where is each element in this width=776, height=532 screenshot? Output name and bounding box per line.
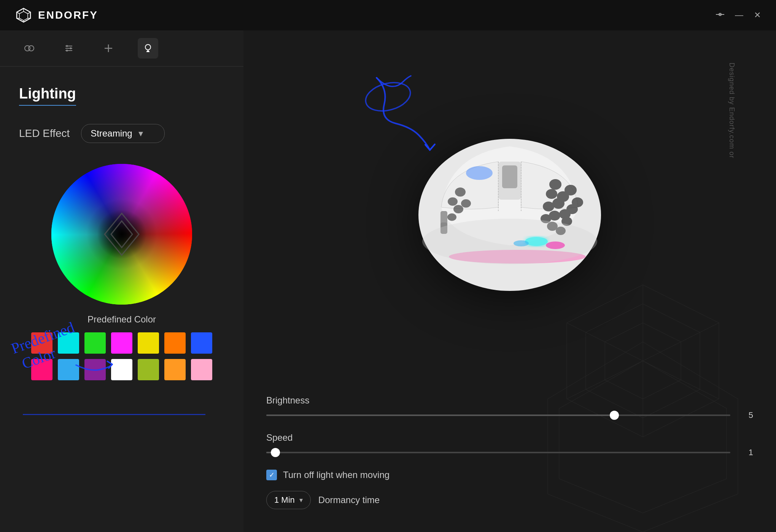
checkbox-icon: ✓ xyxy=(266,470,277,480)
color-swatch-8[interactable] xyxy=(58,359,79,380)
color-swatch-13[interactable] xyxy=(191,359,212,380)
titlebar-controls: — ✕ xyxy=(716,10,761,20)
svg-point-44 xyxy=(543,202,554,211)
minimize-button[interactable]: — xyxy=(735,11,743,19)
tab-settings[interactable] xyxy=(59,38,79,59)
svg-point-16 xyxy=(66,45,68,47)
color-swatch-6[interactable] xyxy=(191,332,212,354)
svg-point-61 xyxy=(422,219,597,264)
brightness-track[interactable] xyxy=(266,414,730,416)
mouse-display xyxy=(243,30,776,384)
color-swatch-3[interactable] xyxy=(111,332,132,354)
mouse-image xyxy=(373,93,647,321)
brightness-thumb xyxy=(610,411,619,420)
tab-lighting[interactable] xyxy=(138,38,158,59)
svg-point-52 xyxy=(453,205,463,213)
svg-point-36 xyxy=(549,179,561,190)
right-panel: Designed by Endorfy.com or Brightness 5 … xyxy=(243,30,776,532)
dormancy-label: Dormancy time xyxy=(318,495,380,505)
led-effect-value: Streaming xyxy=(91,128,132,139)
speed-track[interactable] xyxy=(266,452,730,453)
color-swatch-4[interactable] xyxy=(138,332,159,354)
svg-point-51 xyxy=(448,197,458,206)
tab-add[interactable] xyxy=(98,38,119,59)
color-swatch-7[interactable] xyxy=(31,359,52,380)
color-swatch-2[interactable] xyxy=(84,332,106,354)
color-swatch-12[interactable] xyxy=(164,359,186,380)
color-swatch-1[interactable] xyxy=(58,332,79,354)
panel-content: Lighting LED Effect Streaming ▾ Predefin… xyxy=(0,67,243,532)
titlebar: ENDORFY — ✕ xyxy=(0,0,776,30)
svg-point-21 xyxy=(145,44,151,50)
color-swatch-0[interactable] xyxy=(31,332,52,354)
logo-area: ENDORFY xyxy=(15,7,98,24)
svg-point-50 xyxy=(455,187,466,197)
predefined-color-label: Predefined Color xyxy=(87,314,156,325)
svg-point-12 xyxy=(29,46,34,51)
main-layout: Lighting LED Effect Streaming ▾ Predefin… xyxy=(0,30,776,532)
tab-profiles[interactable] xyxy=(19,38,40,59)
close-button[interactable]: ✕ xyxy=(754,11,761,19)
led-effect-dropdown[interactable]: Streaming ▾ xyxy=(81,124,165,143)
svg-point-17 xyxy=(70,48,72,49)
color-swatch-5[interactable] xyxy=(164,332,186,354)
left-panel: Lighting LED Effect Streaming ▾ Predefin… xyxy=(0,30,243,532)
svg-point-18 xyxy=(66,50,68,52)
section-title: Lighting xyxy=(19,86,76,106)
color-swatch-9[interactable] xyxy=(84,359,106,380)
color-wheel-container: Predefined Color xyxy=(19,162,224,380)
app-title: ENDORFY xyxy=(38,9,98,21)
brightness-fill xyxy=(266,414,614,416)
svg-rect-35 xyxy=(502,165,517,188)
led-effect-label: LED Effect xyxy=(19,127,70,140)
svg-marker-1 xyxy=(19,11,28,21)
svg-point-54 xyxy=(461,199,471,208)
dormancy-dropdown[interactable]: 1 Min ▾ xyxy=(266,491,311,509)
color-swatch-10[interactable] xyxy=(111,359,132,380)
led-effect-row: LED Effect Streaming ▾ xyxy=(19,124,224,143)
settings-button[interactable] xyxy=(716,10,724,20)
checkbox-label: Turn off light when moving xyxy=(283,470,390,480)
right-edge-text: Designed by Endorfy.com or xyxy=(728,63,736,159)
dropdown-arrow-icon: ▾ xyxy=(138,128,156,139)
endorfy-logo-icon xyxy=(15,7,32,24)
color-swatches xyxy=(31,332,212,380)
color-swatch-11[interactable] xyxy=(138,359,159,380)
dormancy-value: 1 Min xyxy=(274,495,295,505)
tab-bar xyxy=(0,30,243,67)
svg-point-40 xyxy=(546,189,557,199)
color-wheel[interactable] xyxy=(49,162,194,306)
speed-thumb xyxy=(271,448,280,457)
dormancy-arrow-icon: ▾ xyxy=(299,496,303,504)
svg-point-53 xyxy=(447,213,456,221)
svg-point-64 xyxy=(466,166,493,180)
